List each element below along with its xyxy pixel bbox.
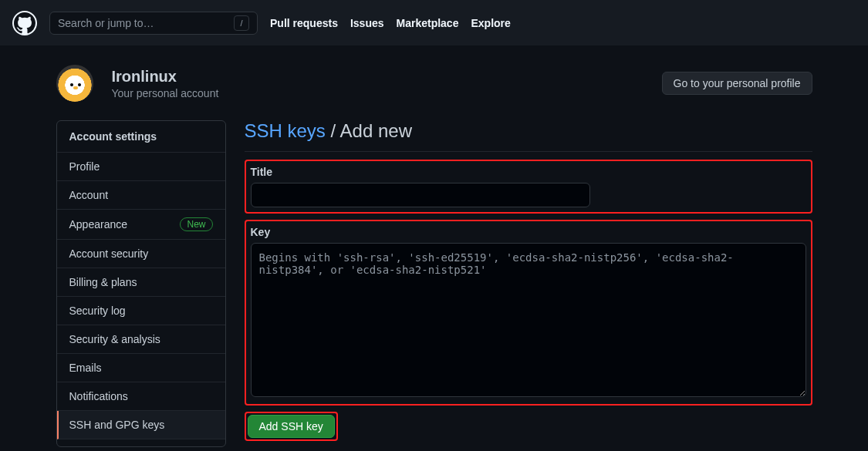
sidebar-item-emails[interactable]: Emails	[57, 354, 225, 382]
nav-links: Pull requests Issues Marketplace Explore	[270, 17, 511, 29]
sidebar-item-security-log[interactable]: Security log	[57, 297, 225, 325]
sidebar-item-label: Appearance	[69, 218, 128, 231]
github-icon	[14, 12, 35, 34]
sidebar-item-security-analysis[interactable]: Security & analysis	[57, 325, 225, 354]
sidebar-item-label: Notifications	[69, 390, 128, 402]
ssh-keys-link[interactable]: SSH keys	[245, 120, 326, 141]
nav-explore[interactable]: Explore	[471, 17, 510, 29]
search-placeholder: Search or jump to…	[58, 17, 234, 29]
key-textarea[interactable]	[251, 243, 806, 397]
divider	[245, 151, 812, 152]
nav-issues[interactable]: Issues	[350, 17, 384, 29]
top-nav: Search or jump to… / Pull requests Issue…	[0, 0, 868, 46]
sidebar-item-billing[interactable]: Billing & plans	[57, 268, 225, 297]
github-logo[interactable]	[12, 11, 37, 35]
sidebar-item-label: Profile	[69, 160, 100, 173]
sidebar-item-label: Account security	[69, 247, 149, 260]
key-label: Key	[251, 226, 806, 238]
profile-header: Ironlinux Your personal account Go to yo…	[56, 65, 812, 102]
sidebar-item-label: Emails	[69, 362, 102, 374]
personal-profile-button[interactable]: Go to your personal profile	[662, 72, 812, 95]
sidebar-item-label: SSH and GPG keys	[69, 419, 165, 431]
add-ssh-key-button[interactable]: Add SSH key	[248, 415, 335, 438]
sidebar-item-label: Billing & plans	[69, 276, 137, 288]
submit-highlight: Add SSH key	[245, 412, 338, 441]
title-separator: /	[326, 120, 340, 141]
main-content: SSH keys / Add new Title Key Add SSH key	[245, 120, 812, 447]
sidebar-item-label: Security & analysis	[69, 333, 160, 345]
sidebar-item-label: Account	[69, 189, 109, 201]
avatar[interactable]	[56, 65, 93, 102]
sidebar-item-account-security[interactable]: Account security	[57, 240, 225, 268]
title-field-group: Title	[245, 160, 812, 214]
username: Ironlinux	[112, 68, 219, 86]
new-badge: New	[180, 217, 212, 231]
title-input[interactable]	[251, 183, 590, 207]
nav-pull-requests[interactable]: Pull requests	[270, 17, 338, 29]
sidebar-item-notifications[interactable]: Notifications	[57, 382, 225, 411]
key-field-group: Key	[245, 220, 812, 406]
search-input[interactable]: Search or jump to… /	[49, 12, 258, 35]
sidebar-item-appearance[interactable]: Appearance New	[57, 210, 225, 240]
account-subtitle: Your personal account	[112, 87, 219, 99]
page-title: SSH keys / Add new	[245, 120, 812, 142]
sidebar-item-ssh-gpg-keys[interactable]: SSH and GPG keys	[57, 411, 225, 439]
nav-marketplace[interactable]: Marketplace	[397, 17, 459, 29]
settings-sidebar: Account settings Profile Account Appeara…	[56, 120, 226, 447]
slash-shortcut-icon: /	[234, 15, 249, 31]
sidebar-item-account[interactable]: Account	[57, 181, 225, 210]
title-label: Title	[251, 166, 806, 178]
sidebar-item-profile[interactable]: Profile	[57, 153, 225, 181]
sidebar-header: Account settings	[57, 121, 225, 153]
sidebar-item-label: Security log	[69, 305, 126, 317]
title-rest: Add new	[340, 120, 412, 141]
